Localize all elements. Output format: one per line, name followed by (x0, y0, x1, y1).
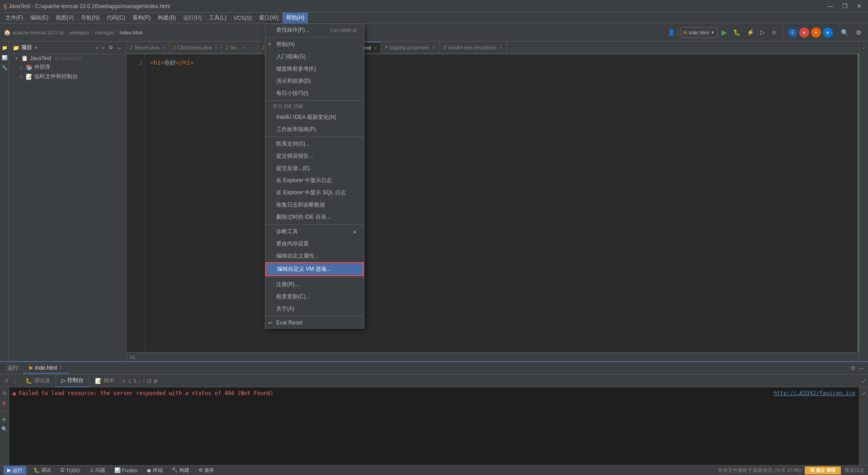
menu-code[interactable]: 代码(C) (103, 13, 129, 24)
run-button[interactable]: ▶ (719, 26, 730, 39)
bottom-gear-icon[interactable]: ⚙ (850, 365, 856, 372)
close-button[interactable]: ✕ (854, 2, 864, 10)
bottom-right-icon-1[interactable]: ⤢ (860, 389, 868, 397)
run-tab-close-icon[interactable]: ✕ (59, 365, 62, 370)
panel-filter-icon[interactable]: ≡ (101, 44, 106, 52)
bottom-tab-console[interactable]: ▷ 控制台 (56, 375, 90, 387)
menu-tools[interactable]: 工具(L) (205, 13, 230, 24)
vcs-update-icon[interactable]: ↓ (676, 29, 679, 36)
menu-item-edit-vm-options[interactable]: 编辑自定义 VM 选项... (265, 262, 364, 276)
menu-vcs[interactable]: VCS(S) (230, 13, 256, 24)
menu-item-edit-properties[interactable]: 编辑自定义属性... (265, 250, 364, 262)
menu-item-show-sql-log[interactable]: 在 Explorer 中显示 SQL 日志 (265, 187, 364, 199)
status-profiler-button[interactable]: 📊 Profiler (113, 467, 140, 473)
filter-down-icon[interactable]: ↓ (138, 378, 141, 384)
menu-item-delete-old-ide[interactable]: 删除过时的 IDE 目录... (265, 211, 364, 223)
panel-settings-icon[interactable]: + (94, 44, 99, 52)
status-todo-button[interactable]: ☰ TODO (58, 467, 82, 473)
tab-close-logging[interactable]: ✕ (432, 45, 435, 50)
menu-item-productivity[interactable]: 工作效率指南(P) (265, 123, 364, 136)
tab-vmoptions[interactable]: V idea64.exe.vmoptions ✕ (439, 42, 507, 53)
settings-button[interactable]: ⚙ (853, 26, 864, 39)
profile-run-button[interactable]: ▷ (758, 26, 768, 39)
menu-item-submit-bug[interactable]: 提交错误报告... (265, 150, 364, 162)
menu-item-show-log-explorer[interactable]: 在 Explorer 中显示日志 (265, 174, 364, 187)
menu-item-intellij-news[interactable]: IntelliJ IDEA 最新变化(N) (265, 111, 364, 123)
menu-navigate[interactable]: 导航(N) (77, 13, 103, 24)
menu-run[interactable]: 运行(U) (179, 13, 205, 24)
status-services-button[interactable]: ⚙ 服务 (197, 467, 216, 474)
tab-clickdemo-java[interactable]: J ClickDemo.java ✕ (170, 42, 222, 53)
browser-ie-icon[interactable]: IE (788, 28, 797, 38)
browser-firefox-icon[interactable]: ● (811, 28, 821, 38)
bottom-action-run[interactable]: ▶ (0, 415, 9, 423)
menu-help[interactable]: 帮助(H) (283, 13, 308, 24)
bottom-action-settings[interactable]: ⚙ (0, 389, 9, 397)
tree-item-external-libs[interactable]: ▷ 📚 外部库 (9, 62, 126, 72)
tab-logging[interactable]: P logging.properties ✕ (381, 42, 439, 53)
search-button[interactable]: 🔍 (838, 26, 851, 39)
menu-item-keyboard-ref[interactable]: 键盘映射参考(K) (265, 63, 364, 75)
menu-build[interactable]: 构建(B) (154, 13, 179, 24)
status-build-button[interactable]: 🔨 构建 (170, 467, 191, 474)
tab-se[interactable]: J Se... ✕ (222, 42, 258, 53)
filter-info-icon[interactable]: ℹ (134, 378, 136, 384)
tree-item-scratch[interactable]: ▷ 📝 临时文件和控制台 (9, 72, 126, 81)
panel-minimize-icon[interactable]: — (116, 44, 123, 52)
minimize-button[interactable]: — (825, 2, 836, 10)
panel-dropdown-arrow[interactable]: ▼ (34, 46, 38, 50)
stop-button[interactable]: ⏹ (769, 26, 780, 39)
menu-item-register[interactable]: 注册(R)... (265, 278, 364, 291)
filter-error-icon[interactable]: ⚠ (127, 378, 132, 384)
tab-close-index[interactable]: ✕ (373, 46, 377, 51)
filter-up-icon[interactable]: ↑ (142, 378, 145, 384)
panel-gear-icon[interactable]: ⚙ (108, 44, 114, 52)
menu-window[interactable]: 窗口(W) (255, 13, 282, 24)
souyun-logo[interactable]: 英 搜云 管理 (805, 466, 841, 475)
menu-item-submit-feedback[interactable]: 提交反馈...(E) (265, 162, 364, 174)
menu-item-find-action[interactable]: 查找操作(F)... Ctrl+Shift+A (265, 24, 364, 36)
menu-item-daily-tips[interactable]: 每日小技巧(I) (265, 87, 364, 99)
menu-item-about[interactable]: 关于(A) (265, 303, 364, 315)
tab-close-vmoptions[interactable]: ✕ (499, 45, 503, 50)
status-run-button[interactable]: ▶ 运行 (4, 466, 26, 475)
filter-all-icon[interactable]: ≡ (122, 378, 125, 384)
debug-button[interactable]: 🐛 (731, 26, 743, 39)
status-debug-button[interactable]: 🐛 调试 (32, 467, 53, 474)
tab-close-se[interactable]: ✕ (243, 45, 246, 50)
filter-block-icon[interactable]: ⊡ (147, 378, 151, 384)
menu-item-eval-reset[interactable]: ↩ Eval Reset (265, 317, 364, 328)
menu-view[interactable]: 视图(V) (52, 13, 77, 24)
menu-item-help[interactable]: ? 帮助(H) (265, 38, 364, 51)
left-icon-2[interactable]: 📊 (0, 53, 9, 61)
menu-item-contact-support[interactable]: 联系支持(S)... (265, 138, 364, 150)
browser-edge-icon[interactable]: ● (823, 28, 833, 38)
bottom-tab-debugger[interactable]: 🐛 调试器 (20, 375, 56, 387)
bottom-icon-down[interactable]: ↓ (12, 377, 20, 385)
tab-server-java[interactable]: J Server.java ✕ (127, 42, 170, 53)
filter-list-icon[interactable]: ≣ (153, 378, 158, 384)
menu-item-change-memory[interactable]: 更改内存设置 (265, 238, 364, 250)
bottom-minimize-icon[interactable]: — (859, 365, 864, 372)
menu-item-check-update[interactable]: 检查更新(C)... (265, 291, 364, 303)
right-icon-1[interactable]: ✓ (860, 43, 868, 52)
status-terminal-button[interactable]: ⏹ 终端 (145, 467, 165, 474)
status-problems-button[interactable]: ⚠ 问题 (88, 467, 107, 474)
coverage-button[interactable]: ⚡ (744, 26, 757, 39)
console-error-link[interactable]: http://…63342/favicon.ico (774, 390, 855, 396)
run-config-dropdown[interactable]: H inde.html ▼ (680, 27, 718, 38)
menu-item-demo[interactable]: 演示和抓屏(D) (265, 75, 364, 87)
bottom-action-delete[interactable]: 🗑 (0, 399, 9, 407)
menu-edit[interactable]: 编辑(E) (27, 13, 52, 24)
tree-item-javatest[interactable]: ▼ 📋 JavaTest C:\JavaTest (9, 54, 126, 62)
menu-refactor[interactable]: 重构(R) (129, 13, 155, 24)
maximize-button[interactable]: ❐ (840, 2, 850, 10)
browser-chrome-icon[interactable]: ● (799, 28, 809, 38)
menu-item-collect-logs[interactable]: 收集日志和诊断数据 (265, 199, 364, 211)
left-icon-1[interactable]: 📁 (0, 43, 9, 52)
bottom-icon-refresh[interactable]: ↺ (2, 377, 10, 385)
menu-item-getting-started[interactable]: 入门指南(G) (265, 51, 364, 63)
menu-item-diagnostic[interactable]: 诊断工具 ▶ (265, 226, 364, 238)
bottom-action-filter[interactable]: 🔍 (0, 425, 9, 433)
tab-close-server[interactable]: ✕ (162, 45, 165, 50)
